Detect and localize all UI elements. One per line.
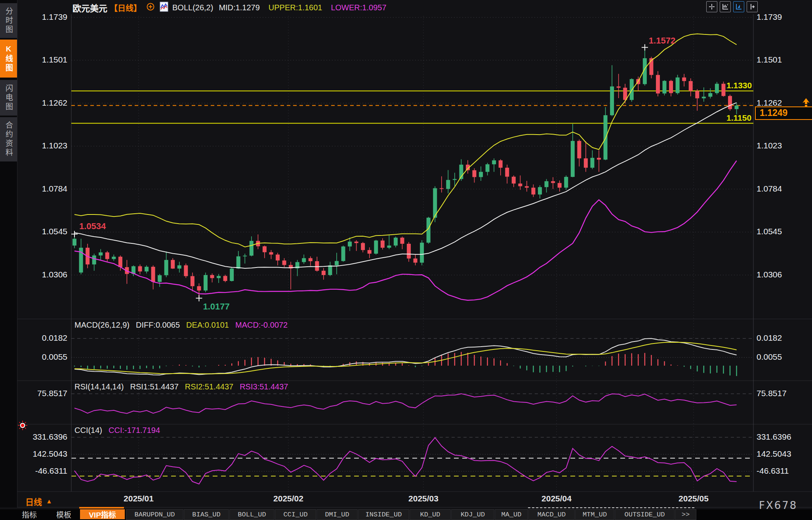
boll-mid-line bbox=[74, 102, 737, 268]
extreme-cross-icon bbox=[71, 231, 78, 237]
x-axis-label: 2025/05 bbox=[679, 494, 709, 503]
x-axis-label: 2025/03 bbox=[408, 494, 438, 503]
watermark: FX678 bbox=[759, 499, 797, 511]
pan-crosshair-icon[interactable] bbox=[706, 1, 717, 12]
macd-dea-value: DEA:0.0101 bbox=[186, 321, 229, 330]
tab-BIAS_UD[interactable]: BIAS_UD bbox=[184, 509, 229, 520]
rsi3-value: RSI3:51.4437 bbox=[240, 382, 288, 391]
sidebar: 分时图K线图闪电图合约资料 bbox=[0, 0, 17, 507]
macd-title: MACD(26,12,9) bbox=[74, 321, 130, 330]
sidebar-item-4[interactable]: 合约资料 bbox=[0, 117, 17, 161]
boll-indicator-title: BOLL(26,2) bbox=[172, 3, 213, 12]
cci-axis-label-right: -46.6311 bbox=[757, 466, 789, 476]
cci-line bbox=[74, 438, 737, 484]
extreme-price-label: 1.0534 bbox=[79, 221, 106, 232]
macd-header: MACD(26,12,9)DIFF:0.0065DEA:0.0101MACD:-… bbox=[74, 321, 288, 330]
alert-blink-icon bbox=[17, 420, 28, 431]
axis-bars-icon[interactable] bbox=[720, 1, 731, 12]
tab-CCI_UD[interactable]: CCI_UD bbox=[275, 509, 316, 520]
sidebar-item-2[interactable]: K线图 bbox=[0, 40, 17, 78]
tab-MA_UD[interactable]: MA_UD bbox=[495, 509, 528, 520]
macd-axis-label-right: 0.0055 bbox=[757, 352, 782, 362]
tab->>[interactable]: >> bbox=[675, 509, 696, 520]
macd-diff-value: DIFF:0.0065 bbox=[136, 321, 180, 330]
candles-group bbox=[72, 47, 739, 298]
cci-value: CCI:-171.7194 bbox=[109, 426, 160, 435]
y-axis-label-left: 1.0306 bbox=[16, 270, 67, 279]
circle-plus-icon[interactable] bbox=[146, 2, 155, 13]
boll-upper-value: UPPER:1.1601 bbox=[269, 3, 322, 12]
chart-header: 欧元美元 【日线】 BOLL(26,2) MID:1.1279 UPPER:1.… bbox=[72, 2, 387, 13]
symbol-name: 欧元美元 bbox=[72, 1, 107, 14]
tab-MTM_UD[interactable]: MTM_UD bbox=[575, 509, 614, 520]
tab-指标[interactable]: 指标 bbox=[12, 509, 47, 519]
scrollbar-thumb[interactable] bbox=[79, 507, 124, 509]
cci-panel bbox=[74, 438, 737, 484]
macd-axis-label-left: 0.0055 bbox=[16, 352, 67, 362]
macd-value: MACD:-0.0072 bbox=[235, 321, 288, 330]
rsi-line bbox=[74, 394, 737, 414]
y-axis-label-left: 1.1262 bbox=[16, 98, 67, 108]
extreme-price-label: 1.0177 bbox=[203, 302, 229, 312]
indicator-tabbar: 指标模板VIP指标BARUPDN_UDBIAS_UDBOLL_UDCCI_UDD… bbox=[0, 509, 812, 520]
tab-OUTSIDE_UD[interactable]: OUTSIDE_UD bbox=[615, 509, 675, 520]
boll-upper-line bbox=[74, 34, 737, 247]
level-label-1.1150: 1.1150 bbox=[726, 113, 751, 123]
y-axis-label-left: 1.1739 bbox=[16, 12, 67, 22]
macd-axis-label-right: 0.0182 bbox=[757, 333, 782, 343]
axis-play-icon[interactable] bbox=[733, 1, 744, 12]
tab-BARUPDN_UD[interactable]: BARUPDN_UD bbox=[126, 509, 183, 520]
macd-dea-line bbox=[74, 342, 737, 374]
cci-axis-label-left: -46.6311 bbox=[16, 466, 67, 476]
axis-shift-icon[interactable] bbox=[747, 1, 758, 12]
y-axis-label-right: 1.1739 bbox=[757, 12, 782, 22]
period-selector[interactable]: 日线 ▲ bbox=[25, 495, 52, 507]
cci-header: CCI(14)CCI:-171.7194 bbox=[74, 426, 160, 435]
y-axis-label-right: 1.0784 bbox=[757, 184, 782, 194]
extreme-cross-icon bbox=[642, 44, 648, 51]
tab-INSIDE_UD[interactable]: INSIDE_UD bbox=[358, 509, 409, 520]
sidebar-item-3[interactable]: 闪电图 bbox=[0, 80, 17, 116]
boll-lower-line bbox=[74, 161, 737, 300]
cci-title: CCI(14) bbox=[74, 426, 102, 435]
rsi-axis-label-right: 75.8517 bbox=[757, 389, 787, 398]
tab-DMI_UD[interactable]: DMI_UD bbox=[316, 509, 358, 520]
tab-BOLL_UD[interactable]: BOLL_UD bbox=[229, 509, 274, 520]
macd-diff-line bbox=[74, 338, 737, 375]
y-axis-label-left: 1.1501 bbox=[16, 55, 67, 65]
x-axis-label: 2025/02 bbox=[273, 494, 303, 503]
chart-toolbar bbox=[706, 1, 758, 12]
rsi-header: RSI(14,14,14)RSI1:51.4437RSI2:51.4437RSI… bbox=[74, 382, 288, 391]
last-price-value: 1.1249 bbox=[760, 108, 787, 118]
triangle-up-icon: ▲ bbox=[46, 498, 52, 505]
scrollbar-track[interactable] bbox=[528, 507, 694, 508]
tab-KDJ_UD[interactable]: KDJ_UD bbox=[451, 509, 494, 520]
tab-VIP指标[interactable]: VIP指标 bbox=[80, 509, 125, 519]
macd-panel bbox=[74, 338, 737, 376]
level-label-1.1330: 1.1330 bbox=[726, 81, 752, 90]
period-text: 日线 bbox=[25, 495, 42, 507]
cci-axis-label-right: 331.6396 bbox=[757, 432, 791, 442]
tab-KD_UD[interactable]: KD_UD bbox=[410, 509, 451, 520]
y-axis-label-left: 1.1023 bbox=[16, 141, 67, 150]
y-axis-label-right: 1.0306 bbox=[757, 270, 782, 279]
rsi2-value: RSI2:51.4437 bbox=[185, 382, 233, 391]
rsi-title: RSI(14,14,14) bbox=[74, 382, 124, 391]
y-axis-label-right: 1.1501 bbox=[757, 55, 782, 65]
extreme-price-label: 1.1572 bbox=[649, 36, 675, 46]
trading-app: 分时图K线图闪电图合约资料 欧元美元 【日线】 BOLL(26,2) MID:1… bbox=[0, 0, 812, 520]
cci-axis-label-left: 331.6396 bbox=[16, 432, 67, 442]
period-tag[interactable]: 【日线】 bbox=[110, 2, 141, 13]
rsi1-value: RSI1:51.4437 bbox=[130, 382, 179, 391]
cci-axis-label-left: 142.5043 bbox=[16, 449, 67, 459]
tab-模板[interactable]: 模板 bbox=[48, 509, 79, 519]
rsi-panel bbox=[74, 394, 737, 414]
cci-axis-label-right: 142.5043 bbox=[757, 449, 791, 459]
extreme-cross-icon bbox=[196, 295, 202, 302]
x-axis-label: 2025/04 bbox=[541, 494, 572, 503]
x-axis-label: 2025/01 bbox=[124, 494, 154, 503]
sidebar-item-1[interactable]: 分时图 bbox=[0, 3, 17, 38]
tab-MACD_UD[interactable]: MACD_UD bbox=[528, 509, 575, 520]
boll-lower-value: LOWER:1.0957 bbox=[331, 3, 386, 12]
chart-type-icon[interactable] bbox=[160, 2, 168, 14]
